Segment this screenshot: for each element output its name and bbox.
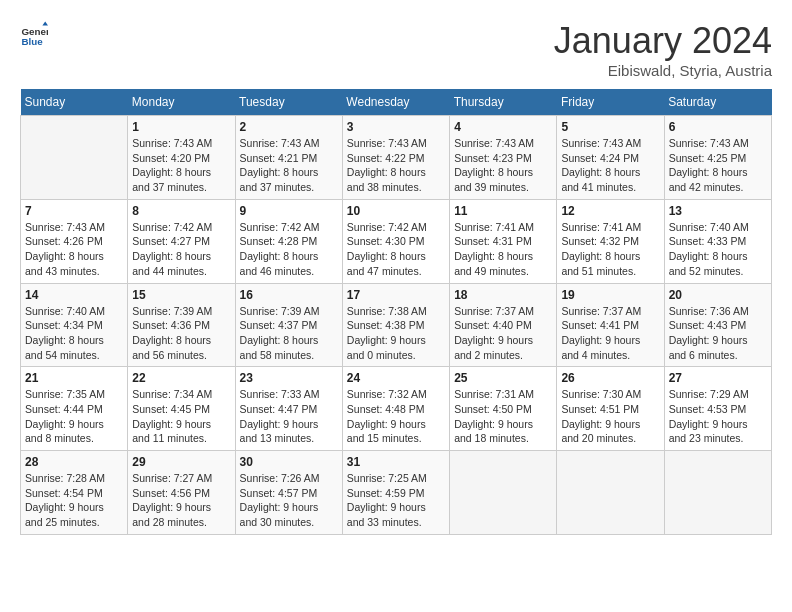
day-number: 3 [347,120,445,134]
calendar-cell: 21Sunrise: 7:35 AMSunset: 4:44 PMDayligh… [21,367,128,451]
column-header-sunday: Sunday [21,89,128,116]
day-number: 22 [132,371,230,385]
calendar-cell: 29Sunrise: 7:27 AMSunset: 4:56 PMDayligh… [128,451,235,535]
calendar-cell: 19Sunrise: 7:37 AMSunset: 4:41 PMDayligh… [557,283,664,367]
calendar-cell: 27Sunrise: 7:29 AMSunset: 4:53 PMDayligh… [664,367,771,451]
calendar-cell: 8Sunrise: 7:42 AMSunset: 4:27 PMDaylight… [128,199,235,283]
svg-text:Blue: Blue [21,36,43,47]
day-number: 10 [347,204,445,218]
day-number: 5 [561,120,659,134]
day-info: Sunrise: 7:35 AMSunset: 4:44 PMDaylight:… [25,387,123,446]
calendar-cell: 13Sunrise: 7:40 AMSunset: 4:33 PMDayligh… [664,199,771,283]
day-info: Sunrise: 7:43 AMSunset: 4:22 PMDaylight:… [347,136,445,195]
day-number: 12 [561,204,659,218]
day-info: Sunrise: 7:42 AMSunset: 4:30 PMDaylight:… [347,220,445,279]
calendar-cell [664,451,771,535]
week-row-2: 7Sunrise: 7:43 AMSunset: 4:26 PMDaylight… [21,199,772,283]
day-info: Sunrise: 7:33 AMSunset: 4:47 PMDaylight:… [240,387,338,446]
calendar-cell [450,451,557,535]
day-number: 7 [25,204,123,218]
week-row-1: 1Sunrise: 7:43 AMSunset: 4:20 PMDaylight… [21,116,772,200]
calendar-cell: 30Sunrise: 7:26 AMSunset: 4:57 PMDayligh… [235,451,342,535]
day-number: 23 [240,371,338,385]
day-info: Sunrise: 7:43 AMSunset: 4:25 PMDaylight:… [669,136,767,195]
day-number: 4 [454,120,552,134]
calendar-cell: 28Sunrise: 7:28 AMSunset: 4:54 PMDayligh… [21,451,128,535]
calendar-cell: 23Sunrise: 7:33 AMSunset: 4:47 PMDayligh… [235,367,342,451]
day-number: 17 [347,288,445,302]
calendar-cell: 2Sunrise: 7:43 AMSunset: 4:21 PMDaylight… [235,116,342,200]
calendar-cell: 24Sunrise: 7:32 AMSunset: 4:48 PMDayligh… [342,367,449,451]
calendar-header-row: SundayMondayTuesdayWednesdayThursdayFrid… [21,89,772,116]
day-info: Sunrise: 7:42 AMSunset: 4:28 PMDaylight:… [240,220,338,279]
day-number: 24 [347,371,445,385]
calendar-cell [557,451,664,535]
day-info: Sunrise: 7:39 AMSunset: 4:37 PMDaylight:… [240,304,338,363]
location-title: Eibiswald, Styria, Austria [554,62,772,79]
day-number: 28 [25,455,123,469]
calendar-cell: 3Sunrise: 7:43 AMSunset: 4:22 PMDaylight… [342,116,449,200]
day-number: 25 [454,371,552,385]
calendar-cell: 20Sunrise: 7:36 AMSunset: 4:43 PMDayligh… [664,283,771,367]
day-info: Sunrise: 7:42 AMSunset: 4:27 PMDaylight:… [132,220,230,279]
day-info: Sunrise: 7:41 AMSunset: 4:31 PMDaylight:… [454,220,552,279]
day-number: 30 [240,455,338,469]
calendar-cell: 16Sunrise: 7:39 AMSunset: 4:37 PMDayligh… [235,283,342,367]
day-number: 2 [240,120,338,134]
column-header-thursday: Thursday [450,89,557,116]
day-number: 8 [132,204,230,218]
day-info: Sunrise: 7:31 AMSunset: 4:50 PMDaylight:… [454,387,552,446]
day-info: Sunrise: 7:39 AMSunset: 4:36 PMDaylight:… [132,304,230,363]
day-info: Sunrise: 7:37 AMSunset: 4:40 PMDaylight:… [454,304,552,363]
calendar-cell: 15Sunrise: 7:39 AMSunset: 4:36 PMDayligh… [128,283,235,367]
day-number: 15 [132,288,230,302]
column-header-friday: Friday [557,89,664,116]
day-number: 14 [25,288,123,302]
day-info: Sunrise: 7:43 AMSunset: 4:23 PMDaylight:… [454,136,552,195]
svg-marker-2 [42,21,48,25]
day-number: 21 [25,371,123,385]
calendar-cell: 10Sunrise: 7:42 AMSunset: 4:30 PMDayligh… [342,199,449,283]
day-number: 1 [132,120,230,134]
logo-icon: General Blue [20,20,48,48]
day-info: Sunrise: 7:27 AMSunset: 4:56 PMDaylight:… [132,471,230,530]
day-number: 19 [561,288,659,302]
logo: General Blue [20,20,48,48]
week-row-4: 21Sunrise: 7:35 AMSunset: 4:44 PMDayligh… [21,367,772,451]
day-info: Sunrise: 7:41 AMSunset: 4:32 PMDaylight:… [561,220,659,279]
calendar-cell: 18Sunrise: 7:37 AMSunset: 4:40 PMDayligh… [450,283,557,367]
day-number: 31 [347,455,445,469]
day-number: 29 [132,455,230,469]
column-header-monday: Monday [128,89,235,116]
day-info: Sunrise: 7:40 AMSunset: 4:33 PMDaylight:… [669,220,767,279]
calendar-cell: 17Sunrise: 7:38 AMSunset: 4:38 PMDayligh… [342,283,449,367]
day-info: Sunrise: 7:25 AMSunset: 4:59 PMDaylight:… [347,471,445,530]
day-info: Sunrise: 7:37 AMSunset: 4:41 PMDaylight:… [561,304,659,363]
day-info: Sunrise: 7:38 AMSunset: 4:38 PMDaylight:… [347,304,445,363]
header: General Blue January 2024 Eibiswald, Sty… [20,20,772,79]
calendar-cell: 9Sunrise: 7:42 AMSunset: 4:28 PMDaylight… [235,199,342,283]
calendar-cell: 6Sunrise: 7:43 AMSunset: 4:25 PMDaylight… [664,116,771,200]
day-info: Sunrise: 7:43 AMSunset: 4:20 PMDaylight:… [132,136,230,195]
day-info: Sunrise: 7:29 AMSunset: 4:53 PMDaylight:… [669,387,767,446]
column-header-wednesday: Wednesday [342,89,449,116]
day-number: 11 [454,204,552,218]
month-title: January 2024 [554,20,772,62]
day-number: 13 [669,204,767,218]
day-info: Sunrise: 7:32 AMSunset: 4:48 PMDaylight:… [347,387,445,446]
day-info: Sunrise: 7:36 AMSunset: 4:43 PMDaylight:… [669,304,767,363]
day-info: Sunrise: 7:28 AMSunset: 4:54 PMDaylight:… [25,471,123,530]
day-info: Sunrise: 7:43 AMSunset: 4:26 PMDaylight:… [25,220,123,279]
day-number: 20 [669,288,767,302]
day-number: 9 [240,204,338,218]
column-header-tuesday: Tuesday [235,89,342,116]
day-number: 16 [240,288,338,302]
day-number: 27 [669,371,767,385]
calendar-cell: 22Sunrise: 7:34 AMSunset: 4:45 PMDayligh… [128,367,235,451]
day-info: Sunrise: 7:30 AMSunset: 4:51 PMDaylight:… [561,387,659,446]
day-number: 26 [561,371,659,385]
week-row-5: 28Sunrise: 7:28 AMSunset: 4:54 PMDayligh… [21,451,772,535]
calendar-cell: 11Sunrise: 7:41 AMSunset: 4:31 PMDayligh… [450,199,557,283]
calendar-cell: 26Sunrise: 7:30 AMSunset: 4:51 PMDayligh… [557,367,664,451]
week-row-3: 14Sunrise: 7:40 AMSunset: 4:34 PMDayligh… [21,283,772,367]
